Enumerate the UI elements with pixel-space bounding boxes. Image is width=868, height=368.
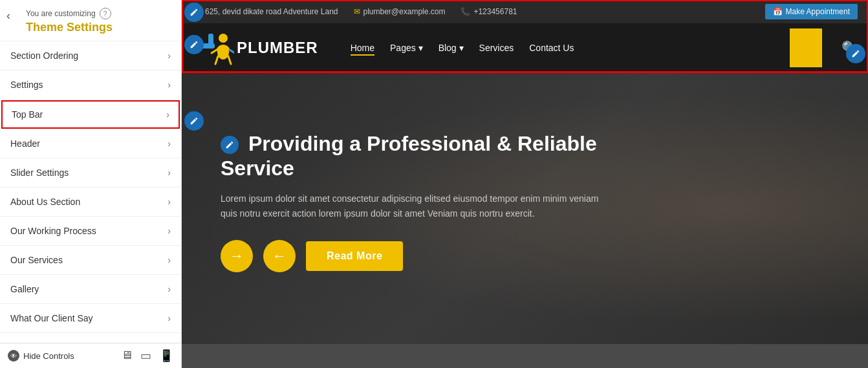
chevron-right-icon: › [168, 284, 171, 294]
appt-btn-label: Make Appointment [786, 7, 850, 16]
sidebar-item-gallery[interactable]: Gallery › [0, 275, 181, 304]
sidebar-item-label: Our Services [10, 255, 63, 265]
chevron-right-icon: › [166, 109, 169, 120]
device-icons: 🖥 ▭ 📱 [121, 349, 173, 363]
hero-title-text: Providing a Professional & Reliable Serv… [221, 132, 597, 180]
chevron-right-icon: › [168, 197, 171, 207]
mobile-icon[interactable]: 📱 [159, 349, 173, 363]
site-logo: PLUMBER [192, 30, 318, 66]
make-appointment-button[interactable]: 📅 Make Appointment [765, 4, 858, 19]
email-icon: ✉ [354, 7, 360, 16]
sidebar-item-label: About Us Section [10, 197, 80, 207]
chevron-right-icon: › [168, 313, 171, 323]
topbar-email-text: plumber@example.com [363, 7, 446, 16]
topbar-address: 📍 625, devid dikate road Adventure Land [192, 7, 338, 16]
svg-rect-1 [208, 34, 213, 49]
chevron-right-icon: › [168, 226, 171, 236]
sidebar-item-label: What Our Client Say [10, 313, 93, 323]
hero-content: Providing a Professional & Reliable Serv… [221, 131, 609, 285]
sidebar-item-label: Header [10, 138, 40, 149]
phone-icon: 📞 [461, 7, 470, 16]
site-topbar: 📍 625, devid dikate road Adventure Land … [182, 0, 868, 23]
chevron-right-icon: › [168, 168, 171, 178]
customizing-label: You are customizing ? [26, 8, 171, 19]
left-panel: ‹ You are customizing ? Theme Settings S… [0, 0, 182, 368]
sidebar-item-label: Our Working Process [10, 226, 96, 236]
edit-hero-button[interactable] [184, 111, 204, 131]
edit-hero-inline-icon[interactable] [221, 136, 239, 154]
eye-icon: 👁 [8, 350, 19, 362]
chevron-right-icon: › [168, 138, 171, 149]
chevron-right-icon: › [168, 255, 171, 265]
bottom-bar: 👁 Hide Controls 🖥 ▭ 📱 [0, 343, 181, 368]
sidebar-item-label: Gallery [10, 284, 39, 294]
edit-navbar-button[interactable] [846, 44, 865, 63]
nav-link-pages[interactable]: Pages ▾ [390, 43, 423, 53]
sidebar-item-settings[interactable]: Settings › [0, 70, 181, 100]
sidebar-item-about-us-section[interactable]: About Us Section › [0, 188, 181, 217]
sidebar-item-top-bar[interactable]: Top Bar › [1, 100, 180, 129]
nav-items-list: Section Ordering › Settings › Top Bar › … [0, 41, 181, 343]
read-more-button[interactable]: Read More [306, 241, 403, 271]
customizing-text: You are customizing [26, 9, 96, 18]
chevron-right-icon: › [168, 80, 171, 90]
help-icon[interactable]: ? [100, 8, 111, 19]
theme-title: Theme Settings [26, 21, 171, 34]
sidebar-item-slider-settings[interactable]: Slider Settings › [0, 158, 181, 188]
topbar-phone: 📞 +123456781 [461, 7, 517, 16]
site-hero-section: Providing a Professional & Reliable Serv… [182, 72, 868, 344]
hero-arrow-prev[interactable]: ← [263, 240, 296, 272]
hero-description: Lorem ipsum dolor sit amet consectetur a… [221, 191, 609, 222]
site-navbar: PLUMBER Home Pages ▾ Blog ▾ Services Con… [182, 23, 868, 72]
logo-text: PLUMBER [237, 39, 318, 57]
svg-point-2 [219, 34, 228, 43]
sidebar-item-section-ordering[interactable]: Section Ordering › [0, 41, 181, 70]
topbar-address-text: 625, devid dikate road Adventure Land [205, 7, 338, 16]
sidebar-item-our-working-process[interactable]: Our Working Process › [0, 217, 181, 246]
panel-header: ‹ You are customizing ? Theme Settings [0, 0, 181, 41]
nav-link-home[interactable]: Home [351, 43, 374, 53]
nav-link-contact[interactable]: Contact Us [529, 43, 574, 53]
calendar-icon: 📅 [773, 7, 783, 16]
topbar-phone-text: +123456781 [473, 7, 517, 16]
tablet-icon[interactable]: ▭ [140, 349, 151, 363]
hero-arrow-next[interactable]: → [221, 240, 253, 272]
nav-link-services[interactable]: Services [479, 43, 514, 53]
site-topbar-section: 📍 625, devid dikate road Adventure Land … [182, 0, 868, 72]
edit-logo-button[interactable] [184, 35, 204, 54]
sidebar-item-our-services[interactable]: Our Services › [0, 246, 181, 275]
site-nav-links: Home Pages ▾ Blog ▾ Services Contact Us [351, 43, 777, 53]
sidebar-item-label: Section Ordering [10, 50, 78, 61]
sidebar-item-header[interactable]: Header › [0, 129, 181, 158]
back-button[interactable]: ‹ [6, 9, 10, 23]
sidebar-item-label: Settings [10, 80, 43, 90]
site-preview: 📍 625, devid dikate road Adventure Land … [182, 0, 868, 368]
hero-arrows: → ← Read More [221, 240, 609, 272]
desktop-icon[interactable]: 🖥 [121, 349, 133, 363]
sidebar-item-label: Slider Settings [10, 168, 69, 178]
sidebar-item-what-our-client-say[interactable]: What Our Client Say › [0, 304, 181, 333]
chevron-right-icon: › [168, 50, 171, 61]
sidebar-item-label: Top Bar [12, 109, 43, 120]
hide-controls-button[interactable]: 👁 Hide Controls [8, 350, 74, 362]
yellow-decorative-block [790, 28, 822, 67]
edit-topbar-button[interactable] [184, 3, 204, 22]
hide-controls-label: Hide Controls [23, 351, 74, 361]
topbar-email: ✉ plumber@example.com [354, 7, 446, 16]
hero-title: Providing a Professional & Reliable Serv… [221, 131, 609, 181]
nav-link-blog[interactable]: Blog ▾ [439, 43, 464, 53]
